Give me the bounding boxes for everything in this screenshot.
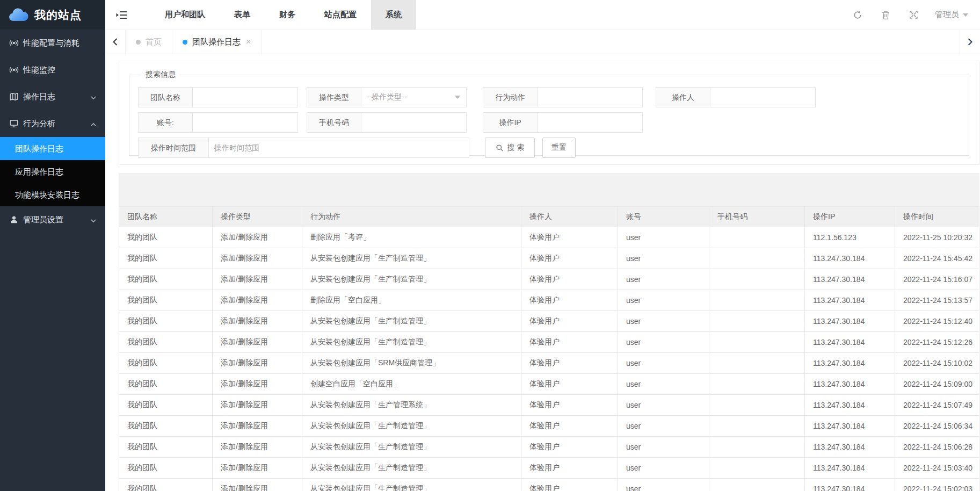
app-title: 我的站点	[34, 8, 82, 23]
action-label: 行为动作	[483, 87, 538, 107]
sidebar-item-performance-monitor[interactable]: 性能监控	[0, 56, 105, 83]
tabs-scroll-right-icon[interactable]	[960, 30, 980, 54]
cell: 添加/删除应用	[213, 311, 302, 332]
tab-label: 团队操作日志	[192, 37, 241, 47]
sidebar-item-behavior-analysis[interactable]: 行为分析	[0, 110, 105, 137]
user-icon	[9, 215, 19, 225]
column-header: 操作人	[521, 207, 618, 227]
cell: 我的团队	[119, 458, 213, 479]
time-range-input[interactable]	[209, 138, 469, 158]
cell: 我的团队	[119, 479, 213, 491]
reset-button[interactable]: 重置	[542, 138, 576, 158]
search-card: 搜索信息 团队名称 操作类型 --操作类型-- 行为动作	[119, 61, 979, 165]
cell	[709, 458, 805, 479]
cell: 体验用户	[521, 479, 618, 491]
column-header: 手机号码	[709, 207, 805, 227]
cell: 2022-11-24 15:06:34	[895, 416, 979, 437]
table-row: 我的团队添加/删除应用从安装包创建应用「生产制造管理」体验用户user113.2…	[119, 458, 979, 479]
nav-item-site-config[interactable]: 站点配置	[310, 0, 371, 30]
column-header: 行为动作	[302, 207, 521, 227]
cell: 2022-11-24 15:13:57	[895, 290, 979, 311]
cell: user	[618, 248, 709, 269]
search-legend: 搜索信息	[141, 70, 180, 80]
cell: 2022-11-24 15:16:07	[895, 269, 979, 290]
table-row: 我的团队添加/删除应用从安装包创建应用「生产制造管理」体验用户user113.2…	[119, 311, 979, 332]
nav-item-users-teams[interactable]: 用户和团队	[150, 0, 220, 30]
sidebar-item-admin-settings[interactable]: 管理员设置	[0, 206, 105, 233]
cell: 我的团队	[119, 437, 213, 458]
table-row: 我的团队添加/删除应用创建空白应用「空白应用」体验用户user113.247.3…	[119, 374, 979, 395]
search-icon	[496, 144, 504, 152]
top-nav-items: 用户和团队 表单 财务 站点配置 系统	[150, 0, 416, 30]
cell: 从安装包创建应用「生产制造管理」	[302, 479, 521, 491]
field-team-name: 团队名称	[138, 87, 298, 107]
sidebar-collapse-icon[interactable]	[105, 0, 137, 30]
nav-item-forms[interactable]: 表单	[220, 0, 265, 30]
cell: 我的团队	[119, 395, 213, 416]
cell: 从安装包创建应用「生产制造管理」	[302, 311, 521, 332]
table-body: 我的团队添加/删除应用删除应用「考评」体验用户user112.1.56.1232…	[119, 227, 979, 491]
sidebar-subitem-team-operation-log[interactable]: 团队操作日志	[0, 137, 105, 160]
field-action: 行为动作	[483, 87, 643, 107]
column-header: 操作时间	[895, 207, 979, 227]
search-row-3: 操作时间范围 搜 索 重置	[138, 138, 960, 158]
cell: 我的团队	[119, 416, 213, 437]
account-input[interactable]	[193, 112, 298, 133]
sidebar-item-label: 管理员设置	[23, 215, 63, 225]
refresh-icon[interactable]	[844, 0, 872, 30]
nav-item-finance[interactable]: 财务	[265, 0, 310, 30]
operator-label: 操作人	[656, 87, 710, 107]
sidebar-subitem-app-operation-log[interactable]: 应用操作日志	[0, 160, 105, 183]
user-menu[interactable]: 管理员	[927, 10, 968, 20]
sidebar-item-operation-logs[interactable]: 操作日志	[0, 83, 105, 110]
cell: 从安装包创建应用「生产制造管理」	[302, 269, 521, 290]
cell: 113.247.30.184	[805, 353, 895, 374]
cell: 我的团队	[119, 374, 213, 395]
cell: user	[618, 374, 709, 395]
cell: 我的团队	[119, 269, 213, 290]
cell: 2022-11-24 15:07:49	[895, 395, 979, 416]
tab-close-icon[interactable]: ×	[246, 37, 251, 47]
cell: 体验用户	[521, 395, 618, 416]
cell: 体验用户	[521, 353, 618, 374]
sidebar-item-label: 性能配置与消耗	[23, 38, 79, 48]
search-row-2: 账号: 手机号码 操作IP	[138, 112, 960, 133]
action-input[interactable]	[538, 87, 643, 107]
cell: 113.247.30.184	[805, 332, 895, 353]
tab-home[interactable]: 首页	[126, 30, 172, 54]
fullscreen-icon[interactable]	[899, 0, 927, 30]
phone-input[interactable]	[361, 112, 467, 133]
nav-item-system[interactable]: 系统	[371, 0, 416, 30]
field-account: 账号:	[138, 112, 298, 133]
trash-icon[interactable]	[872, 0, 899, 30]
ip-input[interactable]	[538, 112, 643, 133]
cell: 添加/删除应用	[213, 458, 302, 479]
cell: 从安装包创建应用「生产制造管理」	[302, 332, 521, 353]
cloud-logo-icon	[6, 7, 30, 23]
tab-team-operation-log[interactable]: 团队操作日志 ×	[172, 30, 262, 54]
search-button[interactable]: 搜 索	[485, 138, 535, 158]
search-row-1: 团队名称 操作类型 --操作类型-- 行为动作 操作人	[138, 87, 960, 107]
tabs-scroll-left-icon[interactable]	[105, 30, 126, 54]
time-range-label: 操作时间范围	[138, 138, 209, 158]
cell	[709, 437, 805, 458]
phone-label: 手机号码	[307, 112, 361, 133]
sidebar-item-label: 操作日志	[23, 92, 55, 102]
sidebar-subitem-module-install-log[interactable]: 功能模块安装日志	[0, 183, 105, 206]
cell: user	[618, 479, 709, 491]
cell: 我的团队	[119, 332, 213, 353]
behavior-analysis-submenu: 团队操作日志 应用操作日志 功能模块安装日志	[0, 137, 105, 206]
sidebar-item-performance-config[interactable]: 性能配置与消耗	[0, 30, 105, 56]
cell: user	[618, 290, 709, 311]
cell: 体验用户	[521, 311, 618, 332]
cell: 我的团队	[119, 248, 213, 269]
cell: 添加/删除应用	[213, 416, 302, 437]
cell: 113.247.30.184	[805, 269, 895, 290]
monitor-icon	[9, 119, 19, 128]
cell	[709, 353, 805, 374]
team-name-input[interactable]	[193, 87, 298, 107]
cell: user	[618, 227, 709, 248]
operation-type-select[interactable]: --操作类型--	[361, 87, 467, 107]
operator-input[interactable]	[710, 87, 816, 107]
chevron-down-icon	[963, 13, 968, 17]
